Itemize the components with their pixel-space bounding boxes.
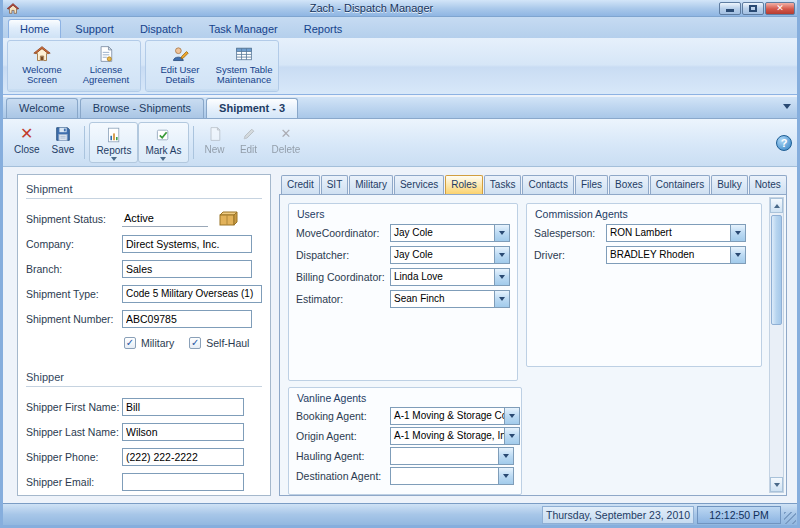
minimize-icon (726, 9, 734, 12)
vanline-agents-groupbox: Vanline Agents Booking Agent: A-1 Moving… (288, 387, 522, 495)
move-coordinator-combobox[interactable]: Jay Cole (390, 224, 510, 242)
doc-tab-shipment-3[interactable]: Shipment - 3 (206, 98, 298, 118)
tab-notes[interactable]: Notes (749, 175, 787, 194)
shipper-phone-input[interactable] (122, 448, 244, 466)
dropdown-arrow-icon (111, 157, 117, 161)
field-label: Booking Agent: (296, 410, 390, 422)
salesperson-combobox[interactable]: RON Lambert (606, 224, 746, 242)
dialog-launcher-icon[interactable] (129, 91, 138, 92)
doc-tab-welcome[interactable]: Welcome (6, 98, 78, 118)
estimator-combobox[interactable]: Sean Finch (390, 290, 510, 308)
dropdown-button[interactable] (494, 269, 509, 285)
ribbon-tab-dispatch[interactable]: Dispatch (128, 19, 195, 38)
ribbon-tab-bar: Home Support Dispatch Task Manager Repor… (3, 17, 797, 38)
dropdown-button[interactable] (504, 428, 519, 444)
dropdown-button[interactable] (498, 448, 513, 464)
dropdown-button[interactable] (730, 225, 745, 241)
hauling-agent-combobox[interactable] (390, 447, 514, 465)
tab-bulky[interactable]: Bulky (711, 175, 747, 194)
field-row-shipment-number: Shipment Number: (26, 306, 262, 331)
field-label: Billing Coordinator: (296, 271, 390, 283)
shipment-number-input[interactable] (122, 310, 252, 328)
help-button[interactable]: ? (776, 135, 792, 151)
ribbon-tab-support[interactable]: Support (63, 19, 126, 38)
dropdown-button[interactable] (504, 408, 519, 424)
field-row-shipper-first-name: Shipper First Name: (26, 394, 262, 419)
company-input[interactable] (122, 235, 252, 253)
close-button[interactable]: ✕ Close (8, 122, 46, 163)
military-checkbox[interactable]: ✓ (124, 337, 136, 349)
tab-list-dropdown[interactable] (780, 99, 794, 113)
welcome-screen-button[interactable]: Welcome Screen (11, 43, 73, 87)
scroll-up-button[interactable] (770, 198, 783, 213)
shipment-status-value: Active (122, 211, 208, 227)
tab-boxes[interactable]: Boxes (609, 175, 649, 194)
billing-coordinator-combobox[interactable]: Linda Love (390, 268, 510, 286)
chevron-down-icon (783, 104, 791, 109)
window-title: Zach - Dispatch Manager (24, 2, 719, 14)
dialog-launcher-icon[interactable] (267, 91, 276, 92)
close-record-icon: ✕ (20, 126, 33, 142)
ribbon-tab-task-manager[interactable]: Task Manager (197, 19, 290, 38)
scroll-down-button[interactable] (770, 477, 783, 492)
dropdown-button[interactable] (498, 468, 513, 484)
tab-military[interactable]: Military (349, 175, 393, 194)
license-agreement-button[interactable]: License Agreement (75, 43, 137, 87)
resize-grip[interactable] (784, 512, 796, 524)
field-label: Branch: (26, 263, 122, 275)
dropdown-button[interactable] (494, 225, 509, 241)
tab-services[interactable]: Services (394, 175, 444, 194)
field-label: Salesperson: (534, 227, 606, 239)
tab-contacts[interactable]: Contacts (522, 175, 573, 194)
delete-button[interactable]: ✕ Delete (266, 122, 307, 163)
dropdown-button[interactable] (494, 291, 509, 307)
maximize-button[interactable] (742, 2, 764, 15)
dropdown-button[interactable] (730, 247, 745, 263)
app-home-icon[interactable] (6, 2, 20, 15)
maximize-icon (749, 5, 757, 12)
tab-files[interactable]: Files (575, 175, 608, 194)
origin-agent-combobox[interactable]: A-1 Moving & Storage, Inc. (390, 427, 520, 445)
close-window-button[interactable]: ✕ (765, 2, 795, 15)
shipper-email-input[interactable] (122, 473, 244, 491)
app-window: Zach - Dispatch Manager ✕ Home Support D… (0, 0, 800, 528)
booking-agent-combobox[interactable]: A-1 Moving & Storage Co. (390, 407, 520, 425)
shipper-last-name-input[interactable] (122, 423, 244, 441)
shipment-content: Shipment Shipment Status: Active Company… (3, 167, 797, 503)
field-label: Shipment Number: (26, 313, 122, 325)
dispatcher-combobox[interactable]: Jay Cole (390, 246, 510, 264)
tab-sit[interactable]: SIT (321, 175, 349, 194)
edit-user-details-button[interactable]: Edit User Details (149, 43, 211, 87)
package-icon (218, 210, 240, 227)
save-button[interactable]: Save (46, 122, 81, 163)
dropdown-button[interactable] (494, 247, 509, 263)
chevron-down-icon (499, 253, 505, 257)
shipment-type-input[interactable] (122, 285, 262, 303)
shipment-flags-row: ✓ Military ✓ Self-Haul (26, 331, 262, 355)
destination-agent-combobox[interactable] (390, 467, 514, 485)
branch-input[interactable] (122, 260, 252, 278)
tab-credit[interactable]: Credit (281, 175, 320, 194)
role-row-salesperson: Salesperson: RON Lambert (527, 222, 761, 244)
ribbon-tab-home[interactable]: Home (8, 19, 61, 38)
tab-tasks[interactable]: Tasks (484, 175, 522, 194)
minimize-button[interactable] (719, 2, 741, 15)
field-label: Shipper Email: (26, 476, 122, 488)
system-table-maintenance-button[interactable]: System Table Maintenance (213, 43, 275, 87)
ribbon-tab-reports[interactable]: Reports (292, 19, 355, 38)
reports-button[interactable]: Reports (89, 122, 138, 163)
scrollbar-thumb[interactable] (771, 215, 782, 325)
driver-combobox[interactable]: BRADLEY Rhoden (606, 246, 746, 264)
tab-containers[interactable]: Containers (650, 175, 710, 194)
mark-as-button[interactable]: Mark As (138, 122, 188, 163)
chevron-up-icon (774, 204, 780, 208)
field-row-shipper-last-name: Shipper Last Name: (26, 419, 262, 444)
shipper-first-name-input[interactable] (122, 398, 244, 416)
combobox-value: BRADLEY Rhoden (607, 247, 730, 263)
self-haul-checkbox[interactable]: ✓ (189, 337, 201, 349)
vertical-scrollbar[interactable] (769, 197, 784, 493)
new-button[interactable]: New (198, 122, 232, 163)
doc-tab-browse-shipments[interactable]: Browse - Shipments (80, 98, 204, 118)
tab-roles[interactable]: Roles (445, 175, 483, 194)
edit-button[interactable]: Edit (232, 122, 266, 163)
